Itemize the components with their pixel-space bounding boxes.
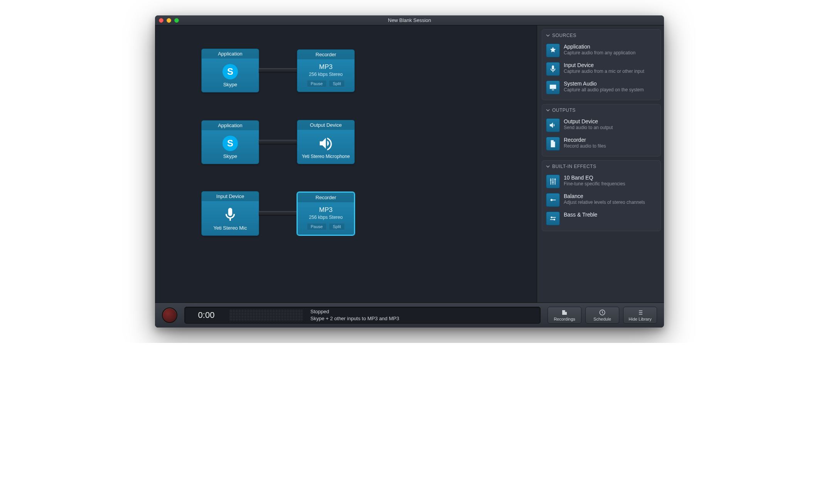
button-label: Hide Library bbox=[629, 317, 651, 321]
status-state: Stopped bbox=[310, 308, 534, 315]
sources-pane: SOURCES Application Capture audio from a… bbox=[542, 29, 661, 100]
clock-icon bbox=[599, 309, 606, 316]
chevron-down-icon bbox=[546, 165, 550, 168]
chain: Application S Skype Output Device Yeti S… bbox=[201, 120, 355, 164]
content-area: Application S Skype Recorder MP3 256 kbp… bbox=[155, 25, 664, 302]
item-desc: Capture all audio played on the system bbox=[564, 87, 657, 93]
speaker-icon bbox=[546, 118, 560, 132]
codec-detail: 256 kbps Stereo bbox=[300, 72, 351, 77]
codec-label: MP3 bbox=[301, 206, 351, 214]
item-title: Balance bbox=[564, 193, 657, 199]
titlebar[interactable]: New Blank Session bbox=[155, 15, 664, 25]
balance-icon bbox=[546, 212, 560, 225]
appstore-icon bbox=[546, 44, 560, 57]
minimize-button[interactable] bbox=[167, 18, 171, 23]
hide-library-button[interactable]: Hide Library bbox=[623, 307, 657, 324]
status-lcd: 0:00 Stopped Skype + 2 other inputs to M… bbox=[184, 307, 541, 324]
effect-item-balance[interactable]: Balance Adjust relative levels of stereo… bbox=[542, 191, 661, 209]
chevron-down-icon bbox=[546, 34, 550, 37]
output-item-recorder[interactable]: Recorder Record audio to files bbox=[542, 134, 661, 153]
zoom-button[interactable] bbox=[174, 18, 179, 23]
item-title: Output Device bbox=[564, 118, 657, 124]
node-header: Application bbox=[202, 49, 259, 59]
status-detail: Skype + 2 other inputs to MP3 and MP3 bbox=[310, 315, 534, 322]
pane-header[interactable]: SOURCES bbox=[542, 30, 661, 41]
item-desc: Record audio to files bbox=[564, 143, 657, 150]
node-header: Input Device bbox=[202, 192, 259, 201]
source-item-application[interactable]: Application Capture audio from any appli… bbox=[542, 41, 661, 60]
app-window: New Blank Session Application S Skype Re… bbox=[155, 15, 664, 328]
display-icon bbox=[546, 81, 560, 94]
pause-button[interactable]: Pause bbox=[307, 80, 327, 87]
record-button[interactable] bbox=[162, 307, 177, 323]
node-header: Recorder bbox=[297, 50, 354, 59]
recordings-button[interactable]: Recordings bbox=[548, 307, 581, 324]
item-desc: Capture audio from any application bbox=[564, 50, 657, 56]
footer-bar: 0:00 Stopped Skype + 2 other inputs to M… bbox=[155, 302, 664, 328]
sliders-icon bbox=[546, 175, 560, 188]
button-label: Recordings bbox=[554, 317, 575, 321]
node-header: Recorder bbox=[298, 193, 354, 202]
codec-detail: 256 kbps Stereo bbox=[301, 215, 351, 220]
item-title: Bass & Treble bbox=[564, 212, 657, 218]
chain: Input Device Yeti Stereo Mic Recorder MP… bbox=[201, 191, 355, 236]
svg-point-0 bbox=[551, 199, 553, 201]
dest-node-recorder[interactable]: Recorder MP3 256 kbps Stereo Pause Split bbox=[297, 49, 355, 92]
pane-header[interactable]: BUILT-IN EFFECTS bbox=[542, 161, 661, 172]
svg-point-1 bbox=[551, 217, 553, 218]
source-node-application[interactable]: Application S Skype bbox=[201, 120, 259, 164]
effect-item-bass-treble[interactable]: Bass & Treble bbox=[542, 209, 661, 228]
canvas[interactable]: Application S Skype Recorder MP3 256 kbp… bbox=[155, 25, 537, 302]
skype-icon: S bbox=[222, 64, 238, 79]
item-title: Recorder bbox=[564, 137, 657, 143]
library-sidebar[interactable]: SOURCES Application Capture audio from a… bbox=[537, 25, 664, 302]
skype-icon: S bbox=[222, 136, 238, 151]
schedule-button[interactable]: Schedule bbox=[585, 307, 619, 324]
item-title: Application bbox=[564, 44, 657, 50]
list-icon bbox=[637, 309, 644, 316]
close-button[interactable] bbox=[159, 18, 163, 23]
connection-link[interactable] bbox=[259, 68, 297, 73]
traffic-lights bbox=[159, 18, 179, 23]
pause-button[interactable]: Pause bbox=[307, 223, 327, 230]
connection-link[interactable] bbox=[259, 211, 297, 216]
source-node-input-device[interactable]: Input Device Yeti Stereo Mic bbox=[201, 191, 259, 236]
connection-link[interactable] bbox=[259, 140, 297, 144]
item-title: Input Device bbox=[564, 62, 657, 68]
pane-header[interactable]: OUTPUTS bbox=[542, 104, 661, 116]
button-label: Schedule bbox=[593, 317, 611, 321]
node-header: Output Device bbox=[297, 120, 354, 130]
pane-title: SOURCES bbox=[552, 33, 576, 38]
chevron-down-icon bbox=[546, 108, 550, 112]
source-node-application[interactable]: Application S Skype bbox=[201, 49, 259, 92]
pane-title: OUTPUTS bbox=[552, 108, 576, 113]
split-button[interactable]: Split bbox=[329, 80, 345, 87]
node-label: Yeti Stereo Microphone bbox=[300, 154, 351, 159]
source-item-input-device[interactable]: Input Device Capture audio from a mic or… bbox=[542, 60, 661, 78]
codec-label: MP3 bbox=[300, 63, 351, 71]
elapsed-time: 0:00 bbox=[191, 310, 222, 320]
level-meter bbox=[229, 309, 303, 321]
effects-pane: BUILT-IN EFFECTS 10 Band EQ Fine-tune sp… bbox=[542, 160, 661, 231]
balance-icon bbox=[546, 193, 560, 207]
outputs-pane: OUTPUTS Output Device Send audio to an o… bbox=[542, 104, 661, 156]
dest-node-recorder[interactable]: Recorder MP3 256 kbps Stereo Pause Split bbox=[297, 192, 355, 235]
window-title: New Blank Session bbox=[388, 17, 431, 23]
output-item-output-device[interactable]: Output Device Send audio to an output bbox=[542, 116, 661, 134]
split-button[interactable]: Split bbox=[329, 223, 345, 230]
node-label: Skype bbox=[205, 153, 256, 159]
item-desc: Send audio to an output bbox=[564, 125, 657, 131]
effect-item-eq[interactable]: 10 Band EQ Fine-tune specific frequencie… bbox=[542, 172, 661, 191]
node-header: Application bbox=[202, 121, 259, 130]
speaker-icon bbox=[318, 135, 334, 151]
source-item-system-audio[interactable]: System Audio Capture all audio played on… bbox=[542, 78, 661, 97]
item-desc: Fine-tune specific frequencies bbox=[564, 181, 657, 187]
dest-node-output-device[interactable]: Output Device Yeti Stereo Microphone bbox=[297, 120, 355, 164]
mic-icon bbox=[222, 207, 238, 223]
file-icon bbox=[546, 137, 560, 151]
item-title: 10 Band EQ bbox=[564, 175, 657, 181]
recordings-icon bbox=[561, 309, 568, 316]
node-label: Skype bbox=[205, 82, 256, 87]
pane-title: BUILT-IN EFFECTS bbox=[552, 164, 596, 169]
item-desc: Adjust relative levels of stereo channel… bbox=[564, 200, 657, 206]
